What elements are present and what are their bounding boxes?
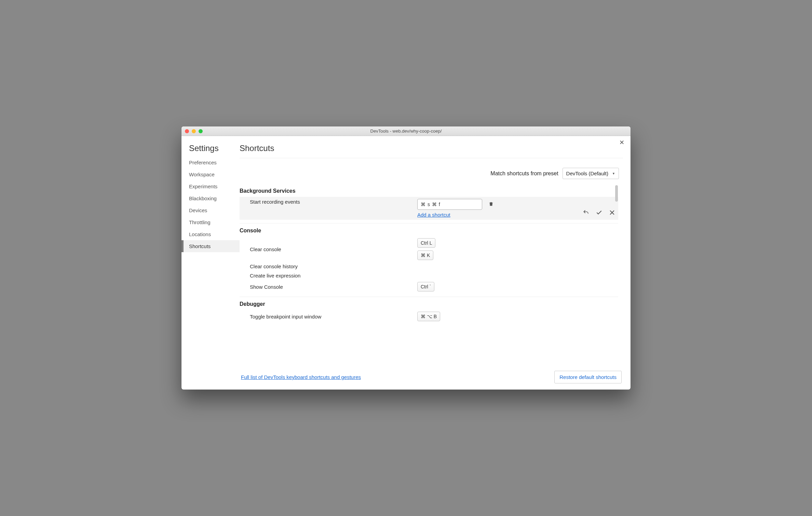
- sidebar-item-workspace[interactable]: Workspace: [181, 168, 240, 180]
- shortcut-label: Clear console: [250, 246, 417, 252]
- scrollbar-thumb[interactable]: [615, 185, 618, 202]
- sidebar-item-experiments[interactable]: Experiments: [181, 180, 240, 192]
- devtools-window: DevTools - web.dev/why-coop-coep/ ✕ Sett…: [181, 126, 631, 390]
- shortcut-label: Toggle breakpoint input window: [250, 314, 417, 320]
- sidebar-item-devices[interactable]: Devices: [181, 204, 240, 216]
- preset-value: DevTools (Default): [566, 171, 608, 176]
- footer: Full list of DevTools keyboard shortcuts…: [240, 366, 623, 390]
- sidebar-item-shortcuts[interactable]: Shortcuts: [181, 240, 240, 252]
- shortcut-row: Clear console Ctrl L ⌘ K: [240, 236, 618, 262]
- sidebar-item-blackboxing[interactable]: Blackboxing: [181, 192, 240, 204]
- shortcut-label: Clear console history: [250, 263, 417, 269]
- shortcuts-list: Background Services Start recording even…: [240, 185, 623, 366]
- titlebar: DevTools - web.dev/why-coop-coep/: [181, 126, 631, 136]
- shortcut-label: Create live expression: [250, 273, 417, 279]
- shortcut-row: Show Console Ctrl `: [240, 280, 618, 293]
- confirm-icon[interactable]: [596, 209, 603, 217]
- sidebar-title: Settings: [181, 144, 240, 157]
- cancel-icon[interactable]: [609, 209, 615, 217]
- shortcut-key: ⌘ K: [417, 250, 433, 260]
- shortcut-row: Clear console history: [240, 262, 618, 271]
- shortcut-label: Show Console: [250, 284, 417, 290]
- section-heading: Background Services: [240, 185, 618, 197]
- sidebar-item-locations[interactable]: Locations: [181, 228, 240, 240]
- delete-shortcut-button[interactable]: [487, 200, 495, 209]
- shortcuts-pane: Shortcuts Match shortcuts from preset De…: [240, 136, 631, 390]
- section-heading: Console: [240, 225, 618, 236]
- section-console: Console Clear console Ctrl L ⌘ K Clear c…: [240, 225, 618, 297]
- window-title: DevTools - web.dev/why-coop-coep/: [181, 128, 631, 134]
- section-heading: Debugger: [240, 298, 618, 310]
- settings-sidebar: Settings Preferences Workspace Experimen…: [181, 136, 240, 390]
- preset-select[interactable]: DevTools (Default): [563, 168, 619, 179]
- settings-panel: ✕ Settings Preferences Workspace Experim…: [181, 136, 631, 390]
- restore-defaults-button[interactable]: Restore default shortcuts: [554, 371, 622, 383]
- shortcut-input[interactable]: [417, 199, 482, 210]
- section-debugger: Debugger Toggle breakpoint input window …: [240, 298, 618, 326]
- window-maximize-button[interactable]: [199, 129, 203, 133]
- window-close-button[interactable]: [185, 129, 189, 133]
- window-minimize-button[interactable]: [192, 129, 196, 133]
- edit-actions: [583, 199, 615, 218]
- page-title: Shortcuts: [240, 144, 623, 158]
- sidebar-item-throttling[interactable]: Throttling: [181, 216, 240, 228]
- shortcut-key: ⌘ ⌥ B: [417, 312, 440, 321]
- preset-label: Match shortcuts from preset: [490, 171, 558, 177]
- shortcut-key: Ctrl L: [417, 238, 435, 248]
- close-icon[interactable]: ✕: [619, 139, 624, 146]
- shortcut-row: Create live expression: [240, 271, 618, 280]
- shortcut-row-editing: Start recording events Add a shortcut: [240, 197, 618, 220]
- undo-icon[interactable]: [583, 209, 590, 217]
- shortcut-row: Toggle breakpoint input window ⌘ ⌥ B: [240, 310, 618, 323]
- shortcut-label: Start recording events: [250, 199, 417, 205]
- shortcut-key: Ctrl `: [417, 282, 434, 291]
- preset-row: Match shortcuts from preset DevTools (De…: [240, 158, 623, 185]
- window-controls: [185, 129, 203, 133]
- full-list-link[interactable]: Full list of DevTools keyboard shortcuts…: [241, 374, 361, 380]
- section-background-services: Background Services Start recording even…: [240, 185, 618, 223]
- sidebar-item-preferences[interactable]: Preferences: [181, 157, 240, 168]
- add-shortcut-link[interactable]: Add a shortcut: [417, 212, 450, 218]
- trash-icon: [488, 201, 494, 207]
